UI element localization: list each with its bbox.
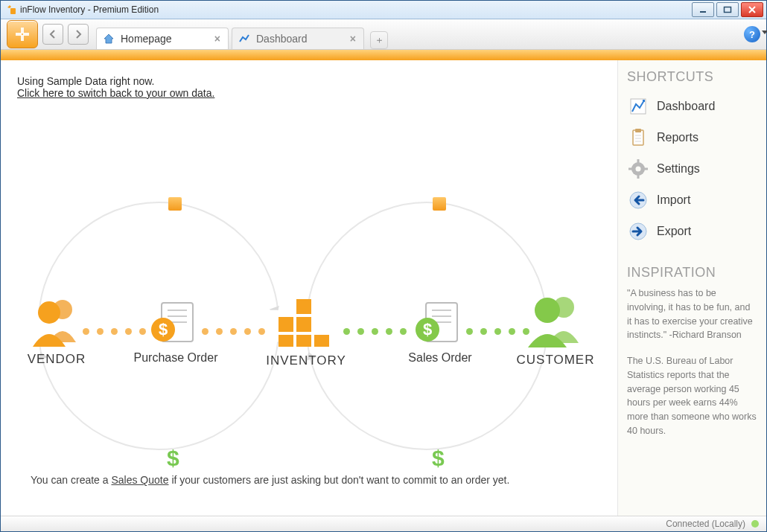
reports-icon: [628, 128, 648, 147]
svg-rect-41: [628, 168, 632, 170]
shortcut-reports[interactable]: Reports: [627, 122, 757, 153]
tab-dashboard[interactable]: Dashboard ×: [232, 28, 364, 49]
orange-ribbon: [1, 50, 766, 60]
vendor-node[interactable]: VENDOR: [8, 295, 105, 367]
svg-rect-2: [725, 7, 731, 13]
svg-rect-42: [644, 168, 648, 170]
help-glyph: ?: [749, 29, 755, 40]
window-controls: [692, 2, 763, 17]
tab-label: Homepage: [121, 33, 172, 45]
app-window: inFlow Inventory - Premium Edition Homep…: [0, 0, 767, 532]
nav-forward-button[interactable]: [68, 24, 89, 45]
workflow-diagram: $ $: [23, 179, 617, 484]
inventory-icon: [273, 295, 340, 348]
help-button[interactable]: ?: [744, 26, 760, 42]
package-icon: [168, 197, 182, 211]
shortcut-label: Settings: [657, 162, 700, 176]
bottom-hint: You can create a Sales Quote if your cus…: [31, 474, 509, 486]
svg-rect-40: [637, 175, 640, 179]
hint-prefix: You can create a: [31, 474, 111, 486]
tab-homepage[interactable]: Homepage ×: [96, 28, 229, 49]
toolbar: Homepage × Dashboard × ＋ ?: [1, 19, 766, 50]
shortcut-export[interactable]: Export: [627, 216, 757, 247]
shortcut-label: Dashboard: [657, 100, 715, 113]
svg-rect-7: [23, 33, 29, 36]
inspiration-section: INSPIRATION "A business has to be involv…: [627, 265, 757, 450]
inspiration-fact: The U.S. Bureau of Labor Statistics repo…: [627, 354, 757, 438]
purchase-order-node[interactable]: $ Purchase Order: [127, 298, 224, 365]
nav-back-button[interactable]: [42, 24, 63, 45]
svg-rect-39: [637, 159, 640, 163]
minimize-button[interactable]: [692, 2, 714, 17]
svg-rect-19: [296, 317, 311, 332]
title-bar: inFlow Inventory - Premium Edition: [1, 1, 766, 19]
shortcuts-section: SHORTCUTS Dashboard Reports Settings Imp…: [627, 69, 757, 247]
tab-strip: Homepage × Dashboard × ＋: [96, 19, 388, 49]
inspiration-heading: INSPIRATION: [627, 265, 757, 281]
shortcut-label: Reports: [657, 131, 698, 144]
customer-node[interactable]: CUSTOMER: [507, 291, 604, 368]
svg-rect-5: [21, 28, 24, 33]
sidebar: SHORTCUTS Dashboard Reports Settings Imp…: [617, 60, 766, 516]
shortcut-dashboard[interactable]: Dashboard: [627, 91, 757, 122]
shortcuts-heading: SHORTCUTS: [627, 69, 757, 85]
new-tab-button[interactable]: ＋: [370, 31, 388, 49]
svg-rect-20: [279, 335, 293, 347]
svg-rect-6: [16, 33, 22, 36]
chart-icon: [238, 33, 250, 45]
svg-rect-8: [21, 35, 24, 41]
customer-icon: [522, 291, 589, 347]
shortcut-import[interactable]: Import: [627, 185, 757, 216]
sales-quote-link[interactable]: Sales Quote: [111, 474, 168, 486]
connection-status: Connected (Locally): [666, 519, 745, 529]
svg-rect-21: [296, 335, 311, 347]
status-bar: Connected (Locally): [1, 516, 766, 531]
document-icon: $: [150, 298, 202, 347]
app-logo-icon: [5, 4, 17, 16]
svg-text:$: $: [159, 320, 168, 339]
tab-close-icon[interactable]: ×: [349, 33, 357, 45]
close-button[interactable]: [741, 2, 763, 17]
hint-suffix: if your customers are just asking but do…: [169, 474, 510, 486]
shortcut-label: Export: [657, 225, 691, 238]
export-icon: [628, 222, 648, 241]
status-indicator-icon: [751, 520, 759, 528]
tab-label: Dashboard: [256, 33, 308, 45]
svg-point-10: [38, 301, 60, 324]
home-icon: [103, 33, 115, 45]
money-icon: $: [432, 446, 445, 471]
tab-close-icon[interactable]: ×: [213, 33, 222, 45]
dashboard-icon: [628, 97, 648, 116]
svg-rect-17: [296, 299, 311, 314]
svg-point-38: [636, 167, 641, 172]
gear-icon: [628, 159, 648, 179]
inventory-node[interactable]: INVENTORY: [258, 295, 354, 368]
purchase-order-label: Purchase Order: [127, 351, 224, 365]
vendor-icon: [27, 295, 86, 347]
svg-rect-22: [314, 335, 329, 347]
svg-rect-0: [10, 8, 16, 14]
svg-rect-18: [279, 317, 293, 332]
sales-order-label: Sales Order: [392, 351, 488, 365]
svg-point-30: [535, 298, 560, 323]
content-area: Using Sample Data right now. Click here …: [1, 60, 766, 516]
main-panel: Using Sample Data right now. Click here …: [1, 60, 617, 516]
document-icon: $: [414, 298, 466, 347]
notice-line1: Using Sample Data right now.: [17, 75, 601, 87]
shortcut-settings[interactable]: Settings: [627, 153, 757, 185]
switch-data-link[interactable]: Click here to switch back to your own da…: [17, 87, 601, 99]
window-title: inFlow Inventory - Premium Edition: [20, 4, 692, 15]
maximize-button[interactable]: [716, 2, 739, 17]
sample-data-notice: Using Sample Data right now. Click here …: [17, 75, 601, 99]
inspiration-quote: "A business has to be involving, it has …: [627, 286, 757, 342]
chevron-down-icon: [762, 31, 767, 34]
customer-label: CUSTOMER: [507, 353, 604, 368]
svg-rect-33: [635, 129, 641, 132]
money-icon: $: [167, 446, 179, 471]
home-button[interactable]: [7, 20, 38, 48]
svg-text:$: $: [423, 320, 432, 339]
import-icon: [628, 190, 648, 210]
shortcut-label: Import: [657, 193, 690, 207]
sales-order-node[interactable]: $ Sales Order: [392, 298, 488, 365]
vendor-label: VENDOR: [8, 352, 105, 367]
